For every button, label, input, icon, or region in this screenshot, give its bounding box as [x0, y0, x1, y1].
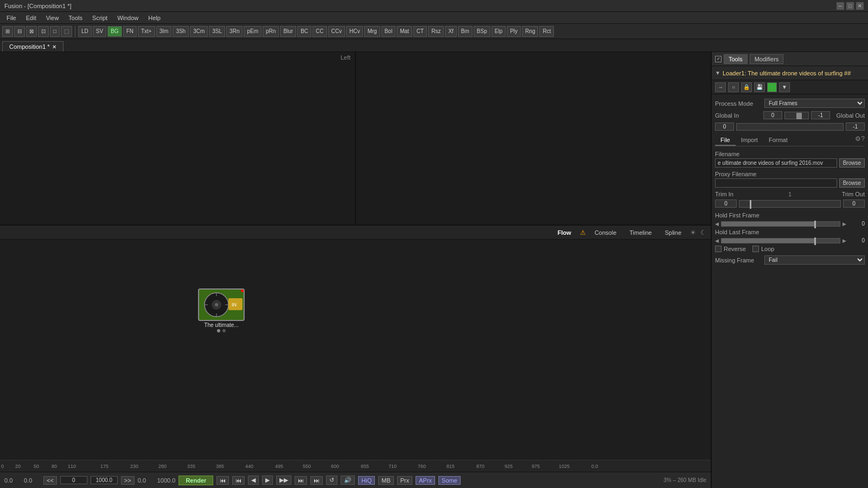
toolbar-ld[interactable]: LD	[78, 26, 92, 37]
loop-checkbox[interactable]	[752, 246, 759, 252]
transport-skip-left[interactable]: <<	[43, 476, 57, 485]
composition-tab-close[interactable]: ✕	[52, 44, 56, 50]
toolbar-rng[interactable]: Rng	[522, 26, 538, 37]
toolbar-mat[interactable]: Mat	[397, 26, 412, 37]
transport-some[interactable]: Some	[438, 476, 461, 485]
hold-first-right-arrow[interactable]: ▶	[843, 221, 846, 227]
transport-last-frame[interactable]: ⏭	[310, 476, 323, 485]
toolbar-pem[interactable]: pEm	[244, 26, 261, 37]
toolbar-xf[interactable]: Xf	[445, 26, 456, 37]
composition-tab[interactable]: Composition1 * ✕	[2, 41, 63, 52]
transport-play[interactable]: ▶	[262, 476, 273, 485]
hold-last-slider[interactable]	[721, 238, 840, 243]
rp-tools-tab[interactable]: Tools	[724, 54, 748, 64]
toolbar-sv[interactable]: SV	[93, 26, 106, 37]
toolbar-bol[interactable]: Bol	[381, 26, 395, 37]
trim-in-input[interactable]	[715, 200, 737, 208]
menu-script[interactable]: Script	[88, 14, 112, 22]
trim-out-input[interactable]	[843, 200, 865, 208]
hold-first-left-arrow[interactable]: ◀	[715, 221, 719, 227]
transport-hiq[interactable]: HiQ	[358, 476, 375, 485]
hold-first-slider[interactable]	[721, 221, 840, 227]
toolbar-ccv[interactable]: CCv	[328, 26, 345, 37]
viewport-right[interactable]	[356, 52, 711, 224]
process-mode-select[interactable]: Full Frames	[764, 99, 865, 108]
transport-skip-right[interactable]: >>	[121, 476, 135, 485]
toolbar-3sl[interactable]: 3SL	[209, 26, 225, 37]
proxy-input[interactable]	[715, 178, 837, 188]
toolbar-icon-box[interactable]: □	[50, 26, 60, 37]
node-header-expand[interactable]: ▼	[715, 70, 720, 76]
transport-loop[interactable]: ↺	[326, 476, 337, 485]
transport-next-frame-2[interactable]: ⏭	[295, 476, 307, 485]
toolbar-txt[interactable]: Txt+	[138, 26, 155, 37]
toolbar-bsp[interactable]: BSp	[474, 26, 490, 37]
toolbar-icon-grid3[interactable]: ⊠	[26, 26, 37, 37]
close-button[interactable]: ✕	[856, 2, 864, 10]
toolbar-bg[interactable]: BG	[107, 26, 122, 37]
menu-tools[interactable]: Tools	[64, 14, 87, 22]
toolbar-3rn[interactable]: 3Rn	[226, 26, 242, 37]
flow-tab-flow[interactable]: Flow	[553, 228, 576, 237]
hold-last-right-arrow[interactable]: ▶	[843, 238, 846, 243]
toolbar-icon-grid1[interactable]: ⊞	[2, 26, 13, 37]
flow-area[interactable]: IN ▶ The ultimate...	[0, 240, 711, 460]
prop-tab-import[interactable]: Import	[736, 135, 763, 146]
transport-audio[interactable]: 🔊	[341, 476, 355, 485]
menu-file[interactable]: File	[2, 14, 21, 22]
hold-last-left-arrow[interactable]: ◀	[715, 238, 719, 243]
transport-next-frame[interactable]: ▶▶	[276, 476, 291, 485]
render-button[interactable]: Render	[178, 476, 213, 485]
global-in-input[interactable]	[763, 111, 782, 119]
loader-node-body[interactable]: IN ▶	[198, 288, 245, 321]
toolbar-3sh[interactable]: 3Sh	[173, 26, 189, 37]
rp-modifiers-tab[interactable]: Modifiers	[750, 54, 784, 64]
toolbar-ply[interactable]: Ply	[507, 26, 521, 37]
menu-view[interactable]: View	[42, 14, 63, 22]
viewport-left[interactable]: Left	[0, 52, 356, 224]
global-slider[interactable]	[784, 112, 809, 119]
transport-prev-frame-2[interactable]: ⏮	[232, 476, 245, 485]
loader-node[interactable]: IN ▶ The ultimate...	[198, 288, 245, 332]
maximize-button[interactable]: □	[846, 2, 854, 10]
global-slider-right-val[interactable]	[846, 123, 865, 131]
toolbar-prn[interactable]: pRn	[263, 26, 279, 37]
transport-time-input[interactable]	[60, 476, 87, 484]
menu-edit[interactable]: Edit	[22, 14, 41, 22]
toolbar-bm[interactable]: Bm	[458, 26, 473, 37]
flow-tab-console[interactable]: Console	[590, 228, 621, 237]
transport-end-input[interactable]	[91, 476, 118, 484]
prop-tab-help[interactable]: ?	[861, 135, 865, 146]
flow-icon-sun[interactable]: ☀	[690, 229, 696, 236]
proxy-browse-btn[interactable]: Browse	[839, 178, 865, 188]
toolbar-elp[interactable]: Elp	[492, 26, 506, 37]
toolbar-rsz[interactable]: Rsz	[428, 26, 444, 37]
transport-aprx[interactable]: APrx	[416, 476, 435, 485]
nc-save-btn[interactable]: 💾	[754, 82, 765, 92]
rp-checkbox[interactable]: ✓	[715, 56, 722, 62]
toolbar-ct[interactable]: CT	[413, 26, 427, 37]
toolbar-3im[interactable]: 3Im	[156, 26, 172, 37]
prop-tab-file[interactable]: File	[715, 135, 736, 146]
toolbar-icon-grid4[interactable]: ⊡	[38, 26, 49, 37]
nc-arrow-btn[interactable]: →	[715, 82, 726, 92]
filename-browse-btn[interactable]: Browse	[839, 158, 865, 168]
menu-window[interactable]: Window	[113, 14, 143, 22]
global-slider-left-val[interactable]	[715, 123, 734, 131]
toolbar-hcv[interactable]: HCv	[346, 26, 363, 37]
reverse-checkbox[interactable]	[715, 246, 722, 252]
toolbar-fn[interactable]: FN	[123, 26, 137, 37]
menu-help[interactable]: Help	[144, 14, 165, 22]
transport-prx[interactable]: Prx	[397, 476, 413, 485]
global-out-input[interactable]	[811, 111, 830, 119]
prop-tab-settings[interactable]: ⚙	[855, 135, 861, 146]
missing-frame-select[interactable]: Fail Hold Previous Hold Next	[764, 255, 865, 265]
flow-tab-timeline[interactable]: Timeline	[625, 228, 656, 237]
toolbar-mrg[interactable]: Mrg	[364, 26, 380, 37]
flow-icon-moon[interactable]: ☾	[700, 229, 706, 236]
toolbar-bc[interactable]: BC	[297, 26, 311, 37]
toolbar-rct[interactable]: Rct	[539, 26, 554, 37]
nc-color-swatch[interactable]	[767, 82, 777, 92]
nc-circle-btn[interactable]: ○	[728, 82, 739, 92]
minimize-button[interactable]: ─	[837, 2, 844, 10]
